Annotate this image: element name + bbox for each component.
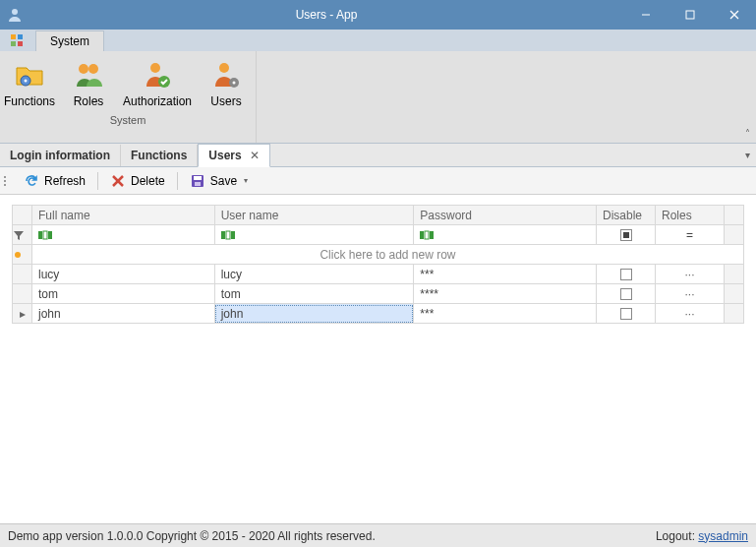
checkbox-icon	[620, 288, 632, 300]
col-header-username[interactable]: User name	[214, 206, 414, 225]
table-row[interactable]: tom tom **** ···	[13, 284, 744, 304]
ribbon-users-button[interactable]: Users	[197, 55, 256, 112]
toolbar-separator	[97, 172, 98, 190]
ribbon-group-caption: System	[0, 112, 256, 128]
maximize-button[interactable]	[668, 0, 712, 30]
tab-functions[interactable]: Functions	[121, 145, 198, 166]
filter-icon[interactable]	[13, 225, 32, 245]
tab-users[interactable]: Users✕	[198, 144, 269, 167]
cell-roles[interactable]: ···	[656, 265, 725, 284]
document-menu-button[interactable]: ▾	[745, 150, 750, 160]
ribbon-collapse-button[interactable]: ˄	[745, 128, 750, 139]
svg-rect-8	[18, 41, 23, 46]
app-icon	[0, 7, 29, 23]
ribbon-roles-button[interactable]: Roles	[59, 55, 118, 112]
svg-rect-31	[430, 231, 434, 239]
cell-disable[interactable]	[597, 284, 656, 304]
logout-label: Logout:	[656, 529, 695, 543]
folder-gear-icon	[14, 59, 45, 91]
logout-user-link[interactable]: sysadmin	[698, 529, 748, 543]
ribbon-authorization-button[interactable]: Authorization	[118, 55, 197, 112]
ribbon-group-system: Functions Roles Authorization Users	[0, 51, 257, 143]
save-icon	[190, 173, 205, 189]
svg-rect-30	[425, 231, 429, 239]
refresh-label: Refresh	[44, 174, 86, 188]
ribbon-tab-system[interactable]: System	[35, 30, 104, 51]
col-header-roles[interactable]: Roles	[656, 206, 725, 225]
tab-login-information[interactable]: Login information	[0, 145, 121, 166]
chevron-down-icon: ▾	[244, 176, 248, 185]
table-row[interactable]: ▸ john john *** ···	[13, 304, 744, 324]
cell-password[interactable]: ***	[414, 304, 597, 324]
cell-password[interactable]: ***	[414, 265, 597, 284]
ribbon-authorization-label: Authorization	[123, 94, 192, 108]
cell-disable[interactable]	[597, 265, 656, 284]
cell-password[interactable]: ****	[414, 284, 597, 304]
filter-roles[interactable]: =	[656, 225, 725, 245]
filter-row[interactable]: =	[13, 225, 744, 245]
title-bar: Users - App	[0, 0, 756, 30]
col-header-disable[interactable]: Disable	[597, 206, 656, 225]
header-row: Full name User name Password Disable Rol…	[13, 206, 744, 225]
status-text: Demo app version 1.0.0.0 Copyright © 201…	[8, 529, 376, 543]
add-new-row[interactable]: Click here to add new row	[13, 245, 744, 265]
user-gear-icon	[210, 59, 242, 91]
svg-rect-26	[221, 231, 225, 239]
row-indicator-header	[13, 206, 32, 225]
delete-icon	[110, 173, 126, 189]
svg-point-10	[25, 80, 28, 83]
minimize-button[interactable]	[623, 0, 668, 30]
svg-rect-22	[195, 182, 201, 186]
checkbox-icon	[620, 269, 632, 280]
refresh-icon	[24, 173, 39, 189]
close-button[interactable]	[712, 0, 756, 30]
ribbon-users-label: Users	[210, 94, 241, 108]
delete-button[interactable]: Delete	[102, 170, 173, 192]
svg-rect-27	[226, 231, 230, 239]
svg-rect-7	[11, 41, 16, 46]
ellipsis-button[interactable]: ···	[684, 268, 694, 281]
logout-area: Logout: sysadmin	[656, 529, 748, 543]
svg-rect-28	[231, 231, 235, 239]
cell-username[interactable]: lucy	[214, 265, 414, 284]
cell-roles[interactable]: ···	[656, 304, 725, 324]
ellipsis-button[interactable]: ···	[684, 287, 694, 301]
svg-rect-23	[38, 231, 42, 239]
delete-label: Delete	[131, 174, 165, 188]
checkbox-mixed-icon	[620, 229, 632, 241]
ribbon-roles-label: Roles	[74, 94, 104, 108]
refresh-button[interactable]: Refresh	[16, 170, 93, 192]
cell-fullname[interactable]: lucy	[32, 265, 215, 284]
svg-rect-5	[11, 34, 16, 39]
filter-password[interactable]	[414, 225, 597, 245]
filter-fullname[interactable]	[32, 225, 215, 245]
ribbon-body: Functions Roles Authorization Users	[0, 51, 756, 144]
col-header-fullname[interactable]: Full name	[32, 206, 215, 225]
filter-username[interactable]	[214, 225, 414, 245]
cell-fullname[interactable]: tom	[32, 284, 215, 304]
ellipsis-button[interactable]: ···	[684, 307, 694, 321]
filter-disable[interactable]	[597, 225, 656, 245]
add-new-row-label: Click here to add new row	[32, 245, 744, 265]
save-button[interactable]: Save ▾	[182, 170, 256, 192]
svg-point-32	[15, 252, 21, 258]
quick-access-icon[interactable]	[0, 30, 33, 51]
cell-username[interactable]: tom	[214, 284, 414, 304]
document-tab-strip: Login information Functions Users✕ ▾	[0, 144, 756, 167]
table-row[interactable]: lucy lucy *** ···	[13, 265, 744, 284]
users-group-icon	[73, 59, 104, 91]
svg-rect-2	[686, 11, 694, 19]
cell-username-editing[interactable]: john	[214, 304, 414, 324]
cell-disable[interactable]	[597, 304, 656, 324]
col-header-password[interactable]: Password	[414, 206, 597, 225]
users-grid[interactable]: Full name User name Password Disable Rol…	[12, 205, 744, 324]
cell-fullname[interactable]: john	[32, 304, 215, 324]
toolbar-grip	[4, 176, 10, 186]
window-title: Users - App	[29, 8, 623, 22]
cell-roles[interactable]: ···	[656, 284, 725, 304]
svg-point-17	[233, 82, 236, 85]
svg-point-15	[219, 63, 229, 73]
ribbon-functions-button[interactable]: Functions	[0, 55, 59, 112]
tab-close-icon[interactable]: ✕	[250, 149, 260, 162]
svg-rect-6	[18, 34, 23, 39]
